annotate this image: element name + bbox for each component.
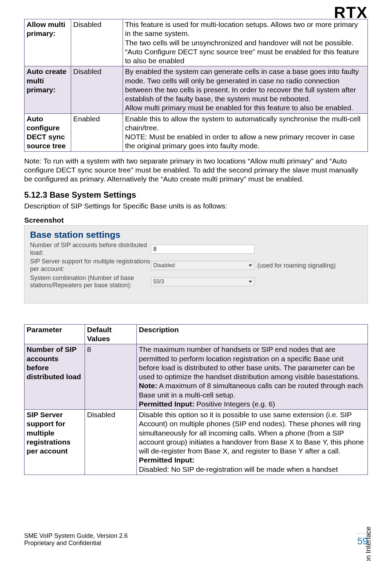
- base-station-settings-screenshot: Base station settings Number of SIP acco…: [24, 225, 368, 303]
- table-row: Auto create multi primary:DisabledBy ena…: [25, 66, 368, 113]
- section-heading: 5.12.3 Base System Settings: [24, 190, 368, 200]
- footer: SME VoIP System Guide, Version 2.6 Propr…: [24, 532, 128, 547]
- system-combination-select[interactable]: 50/3: [151, 277, 255, 286]
- params-table-2: Parameter Default Values Description Num…: [24, 324, 368, 475]
- desc-cell: This feature is used for multi-location …: [123, 19, 368, 66]
- table-row: SIP Server support for multiple registra…: [25, 410, 368, 475]
- footer-line: Proprietary and Confidential: [24, 540, 128, 547]
- param-cell: SIP Server support for multiple registra…: [25, 410, 85, 475]
- table-row: Auto configure DECT sync source treeEnab…: [25, 113, 368, 151]
- field-hint: (used for roaming signalling): [257, 262, 336, 270]
- page-number: 59: [356, 533, 369, 547]
- field-label: SIP Server support for multiple registra…: [30, 258, 151, 273]
- chevron-down-icon: [249, 281, 252, 283]
- sip-accounts-input[interactable]: [151, 245, 255, 254]
- default-cell: 8: [85, 344, 137, 410]
- col-header: Parameter: [25, 324, 85, 344]
- desc-cell: By enabled the system can generate cells…: [123, 66, 368, 113]
- field-label: System combination (Number of base stati…: [30, 274, 151, 289]
- sip-multiple-reg-select[interactable]: Disabled: [151, 261, 255, 270]
- default-cell: Disabled: [71, 66, 123, 113]
- default-cell: Enabled: [71, 113, 123, 151]
- desc-cell: Enable this to allow the system to autom…: [123, 113, 368, 151]
- param-cell: Allow multi primary:: [25, 19, 71, 66]
- brand-logo: RTX: [334, 3, 368, 23]
- param-cell: Auto create multi primary:: [25, 66, 71, 113]
- brand-text: RTX: [334, 3, 368, 23]
- select-value: Disabled: [153, 262, 175, 269]
- field-label: Number of SIP accounts before distribute…: [30, 242, 151, 256]
- footer-line: SME VoIP System Guide, Version 2.6: [24, 532, 128, 540]
- default-cell: Disabled: [85, 410, 137, 475]
- screenshot-row: SIP Server support for multiple registra…: [30, 258, 362, 273]
- col-header: Description: [137, 324, 368, 344]
- col-header: Default Values: [85, 324, 137, 344]
- table-row: Number of SIP accounts before distribute…: [25, 344, 368, 410]
- desc-cell: Disable this option so it is possible to…: [137, 410, 368, 475]
- param-cell: Auto configure DECT sync source tree: [25, 113, 71, 151]
- chevron-down-icon: [249, 264, 252, 267]
- screenshot-title: Base station settings: [30, 229, 362, 241]
- desc-cell: The maximum number of handsets or SIP en…: [137, 344, 368, 410]
- screenshot-label: Screenshot: [24, 216, 368, 225]
- table-header-row: Parameter Default Values Description: [25, 324, 368, 344]
- note-paragraph: Note: To run with a system with two sepa…: [24, 157, 368, 184]
- table-row: Allow multi primary:DisabledThis feature…: [25, 19, 368, 66]
- params-table-1: Allow multi primary:DisabledThis feature…: [24, 19, 368, 152]
- select-value: 50/3: [153, 278, 164, 285]
- screenshot-row: System combination (Number of base stati…: [30, 274, 362, 289]
- param-cell: Number of SIP accounts before distribute…: [25, 344, 85, 410]
- default-cell: Disabled: [71, 19, 123, 66]
- section-subheading: Description of SIP Settings for Specific…: [24, 202, 368, 211]
- screenshot-row: Number of SIP accounts before distribute…: [30, 242, 362, 256]
